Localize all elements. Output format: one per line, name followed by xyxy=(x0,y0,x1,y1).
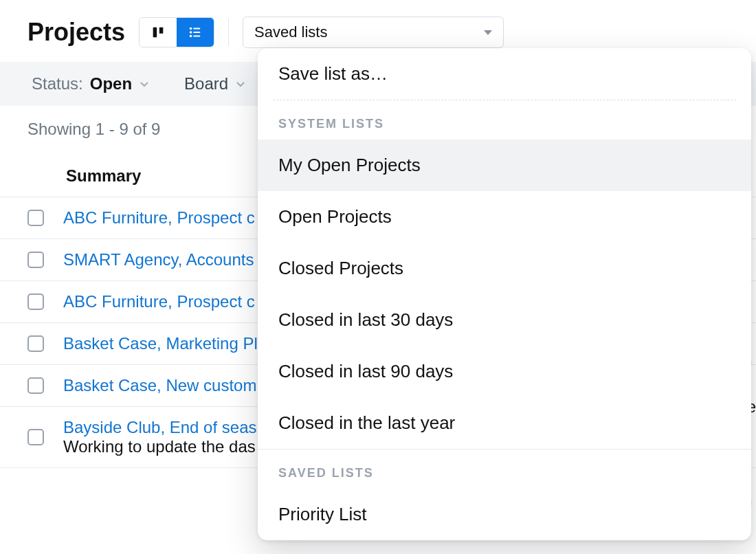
project-link[interactable]: Basket Case, New custom xyxy=(63,376,256,395)
system-list-item[interactable]: Closed in the last year xyxy=(258,397,751,449)
svg-rect-3 xyxy=(193,28,200,30)
project-subtitle: Working to update the das xyxy=(63,437,257,456)
page-title: Projects xyxy=(27,18,125,47)
board-icon xyxy=(151,25,166,40)
toolbar-divider xyxy=(228,19,229,46)
board-filter-label: Board xyxy=(184,74,228,93)
view-toggle xyxy=(139,17,214,47)
status-filter-value: Open xyxy=(90,74,132,93)
system-list-item[interactable]: Closed Projects xyxy=(258,243,751,294)
svg-point-4 xyxy=(190,31,192,34)
saved-lists-dropdown-trigger[interactable]: Saved lists xyxy=(243,16,504,48)
list-view-button[interactable] xyxy=(177,18,214,47)
board-view-button[interactable] xyxy=(140,18,177,47)
status-filter-label: Status: xyxy=(32,74,83,93)
chevron-down-icon xyxy=(139,78,150,89)
svg-rect-5 xyxy=(193,32,200,33)
chevron-down-icon xyxy=(484,30,492,35)
row-checkbox[interactable] xyxy=(27,377,44,394)
saved-lists-trigger-label: Saved lists xyxy=(254,23,327,41)
system-list-item[interactable]: Closed in last 90 days xyxy=(258,346,751,397)
chevron-down-icon xyxy=(235,78,246,89)
list-icon xyxy=(188,25,203,40)
row-checkbox[interactable] xyxy=(27,210,44,226)
saved-lists-dropdown: Save list as… SYSTEM LISTS My Open Proje… xyxy=(258,48,751,540)
saved-list-item[interactable]: Priority List xyxy=(258,489,751,540)
system-list-item[interactable]: My Open Projects xyxy=(258,140,751,191)
saved-lists-header: SAVED LISTS xyxy=(258,450,751,489)
svg-point-6 xyxy=(190,35,192,38)
svg-rect-1 xyxy=(159,27,164,34)
row-checkbox[interactable] xyxy=(27,293,44,310)
svg-rect-7 xyxy=(193,36,200,37)
save-list-as-item[interactable]: Save list as… xyxy=(258,48,751,100)
board-filter[interactable]: Board xyxy=(184,74,246,93)
project-link[interactable]: SMART Agency, Accounts xyxy=(63,250,254,269)
project-link[interactable]: ABC Furniture, Prospect c xyxy=(63,208,255,227)
row-checkbox[interactable] xyxy=(27,335,44,352)
row-checkbox[interactable] xyxy=(27,429,44,445)
project-link[interactable]: Basket Case, Marketing Pl xyxy=(63,334,258,353)
system-list-item[interactable]: Closed in last 30 days xyxy=(258,294,751,346)
status-filter[interactable]: Status: Open xyxy=(32,74,150,93)
project-link[interactable]: Bayside Club, End of seas xyxy=(63,418,257,436)
system-list-item[interactable]: Open Projects xyxy=(258,191,751,243)
svg-rect-0 xyxy=(153,27,157,38)
project-link[interactable]: ABC Furniture, Prospect c xyxy=(63,292,255,311)
row-checkbox[interactable] xyxy=(27,252,44,268)
system-lists-header: SYSTEM LISTS xyxy=(258,100,751,140)
svg-point-2 xyxy=(190,27,192,30)
